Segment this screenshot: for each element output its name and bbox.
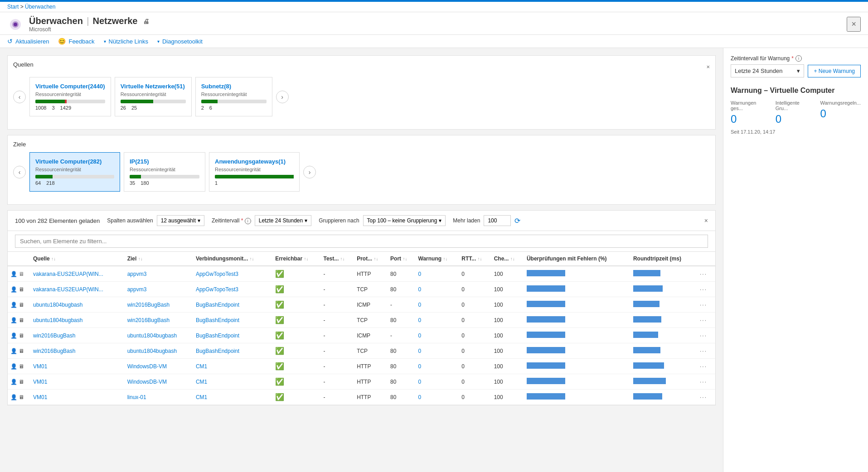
- source-card-0-numbers: 1008 3 1429: [35, 105, 105, 111]
- vm-icon: 👤: [10, 332, 17, 339]
- source-card-1-numbers: 26 25: [121, 105, 186, 111]
- target-card-2-numbers: 1: [215, 180, 294, 186]
- target-card-2-title: Anwendungsgateways(1): [215, 158, 294, 165]
- interval-label: Zeitintervall * i: [212, 217, 251, 224]
- source-card-2-bar: [201, 100, 267, 103]
- columns-dropdown[interactable]: 12 ausgewählt ▾: [157, 215, 204, 226]
- monitor-icon: 🖥: [19, 302, 24, 308]
- th-che[interactable]: Che... ↑↓: [491, 252, 524, 266]
- table-row: 👤🖥 win2016BugBash ubuntu1804bugbash BugB…: [8, 328, 715, 343]
- rp-col-warnings: Warnungen ges... 0: [731, 100, 768, 125]
- targets-label: Ziele: [13, 141, 26, 148]
- feedback-button[interactable]: 😊 Feedback: [58, 38, 94, 45]
- new-warning-button[interactable]: + Neue Warnung: [808, 65, 861, 77]
- sources-prev-button[interactable]: ‹: [13, 91, 26, 103]
- target-card-0[interactable]: Virtuelle Computer(282) Ressourcenintegr…: [29, 152, 120, 192]
- interval-dropdown[interactable]: Letzte 24 Stunden ▾: [255, 215, 311, 226]
- useful-links-label: Nützliche Links: [109, 38, 148, 45]
- target-card-2-bar: [215, 175, 294, 178]
- group-dropdown[interactable]: Top 100 – keine Gruppierung ▾: [363, 215, 446, 226]
- th-target[interactable]: Ziel ↑↓: [125, 252, 193, 266]
- table-row: 👤 🖥 vakarana-EUS2EUAP(WIN... appvm3 AppG…: [8, 266, 715, 282]
- table-row: 👤🖥 ubuntu1804bugbash win2016BugBash BugB…: [8, 313, 715, 328]
- breadcrumb-start[interactable]: Start: [7, 4, 19, 10]
- th-port[interactable]: Port ↑↓: [388, 252, 415, 266]
- sort-icon-che: ↑↓: [510, 256, 515, 261]
- interval-info-icon: i: [245, 218, 251, 224]
- source-card-2-title: Subnetz(8): [201, 83, 267, 90]
- header-title-group: Überwachen | Netzwerke 🖨 Microsoft: [29, 16, 841, 33]
- items-count: 100 von 282 Elementen geladen: [15, 217, 100, 224]
- rp-section-title: Warnung – Virtuelle Computer: [731, 87, 861, 95]
- print-icon[interactable]: 🖨: [143, 18, 149, 25]
- breadcrumb: Start > Überwachen: [0, 2, 868, 12]
- refresh-icon: ↺: [7, 38, 13, 45]
- sources-section: Quellen × ‹ Virtuelle Computer(2440) Res…: [7, 55, 716, 130]
- th-source[interactable]: Quelle ↑↓: [30, 252, 125, 266]
- targets-next-button[interactable]: ›: [303, 166, 316, 178]
- load-filter: Mehr laden ⟳: [453, 215, 520, 226]
- th-reachable[interactable]: Erreichbar ↑↓: [272, 252, 320, 266]
- th-rtt[interactable]: RTT... ↑↓: [459, 252, 491, 266]
- rp-col2-value[interactable]: 0: [776, 113, 813, 125]
- targets-cards-row: ‹ Virtuelle Computer(282) Ressourceninte…: [13, 152, 710, 192]
- monitor-icon: 🖥: [19, 348, 24, 354]
- load-input[interactable]: [484, 215, 511, 226]
- rp-time-interval-section: Zeitintervall für Warnung * i Letzte 24 …: [731, 55, 861, 77]
- table-header-row: Quelle ↑↓ Ziel ↑↓ Verbindungsmonit... ↑↓: [8, 252, 715, 266]
- table-section: 100 von 282 Elementen geladen Spalten au…: [7, 210, 716, 405]
- row-icons: 👤🖥: [8, 374, 30, 390]
- th-protocol[interactable]: Prot... ↑↓: [354, 252, 388, 266]
- th-monitor[interactable]: Verbindungsmonit... ↑↓: [193, 252, 272, 266]
- sources-close-icon[interactable]: ×: [706, 63, 710, 70]
- feedback-label: Feedback: [68, 38, 94, 45]
- targets-prev-button[interactable]: ‹: [13, 166, 26, 178]
- rp-col3-value[interactable]: 0: [820, 107, 861, 120]
- targets-section: Ziele ‹ Virtuelle Computer(282) Ressourc…: [7, 135, 716, 205]
- rp-col2-label: Intelligente Gru...: [776, 100, 813, 111]
- row-icons: 👤🖥: [8, 390, 30, 405]
- table-controls: 100 von 282 Elementen geladen Spalten au…: [8, 211, 715, 231]
- table-close-button[interactable]: ×: [704, 217, 708, 224]
- group-filter: Gruppieren nach Top 100 – keine Gruppier…: [319, 215, 446, 226]
- table-body: 👤 🖥 vakarana-EUS2EUAP(WIN... appvm3 AppG…: [8, 266, 715, 405]
- rp-time-dropdown[interactable]: Letzte 24 Stunden ▾: [731, 64, 804, 77]
- monitor-icon: 🖥: [19, 394, 24, 400]
- source-card-1[interactable]: Virtuelle Netzwerke(51) Ressourcenintegr…: [115, 77, 192, 116]
- row-more[interactable]: ···: [697, 266, 715, 282]
- target-card-2[interactable]: Anwendungsgateways(1) Ressourcenintegrit…: [209, 152, 300, 192]
- source-card-2[interactable]: Subnetz(8) Ressourcenintegrität 2 6: [195, 77, 272, 116]
- sort-icon-monitor: ↑↓: [250, 256, 254, 261]
- target-card-0-subtitle: Ressourcenintegrität: [35, 167, 114, 172]
- row-reachable: ✅: [272, 266, 320, 282]
- refresh-button[interactable]: ↺ Aktualisieren: [7, 38, 49, 45]
- sources-cards-row: ‹ Virtuelle Computer(2440) Ressourcenint…: [13, 77, 710, 116]
- diagnostics-button[interactable]: ▾ Diagnosetoolkit: [157, 38, 203, 45]
- chevron-down-icon-rp: ▾: [797, 67, 800, 74]
- new-warning-label: + Neue Warnung: [814, 68, 855, 74]
- search-bar: [8, 231, 715, 252]
- rp-col1-value[interactable]: 0: [731, 113, 768, 125]
- target-card-0-title: Virtuelle Computer(282): [35, 158, 114, 165]
- sources-next-button[interactable]: ›: [276, 91, 289, 103]
- page-icon: [7, 16, 24, 33]
- chevron-down-icon-cols: ▾: [198, 217, 200, 224]
- page-header: Überwachen | Netzwerke 🖨 Microsoft ×: [0, 12, 868, 35]
- source-card-0[interactable]: Virtuelle Computer(2440) Ressourceninteg…: [29, 77, 111, 116]
- row-test: -: [320, 266, 354, 282]
- search-input[interactable]: [15, 235, 708, 248]
- row-warning: 0: [416, 266, 459, 282]
- th-test[interactable]: Test... ↑↓: [320, 252, 354, 266]
- th-warning[interactable]: Warnung ↑↓: [416, 252, 459, 266]
- chevron-down-icon-interval: ▾: [305, 217, 307, 224]
- useful-links-button[interactable]: ▾ Nützliche Links: [104, 38, 148, 45]
- close-button[interactable]: ×: [847, 17, 861, 32]
- row-source: vakarana-EUS2EUAP(WIN...: [30, 282, 125, 297]
- table-row: 👤🖥 vakarana-EUS2EUAP(WIN... appvm3 AppGw…: [8, 282, 715, 297]
- target-card-1[interactable]: IP(215) Ressourcenintegrität 35 180: [124, 152, 205, 192]
- table-row: 👤🖥 VM01 linux-01 CM1 ✅ -HTTP80 00100 ···: [8, 390, 715, 405]
- load-refresh-icon[interactable]: ⟳: [514, 217, 520, 225]
- monitor-icon: 🖥: [19, 317, 24, 323]
- vm-icon: 👤: [10, 363, 17, 370]
- source-card-0-title: Virtuelle Computer(2440): [35, 83, 105, 90]
